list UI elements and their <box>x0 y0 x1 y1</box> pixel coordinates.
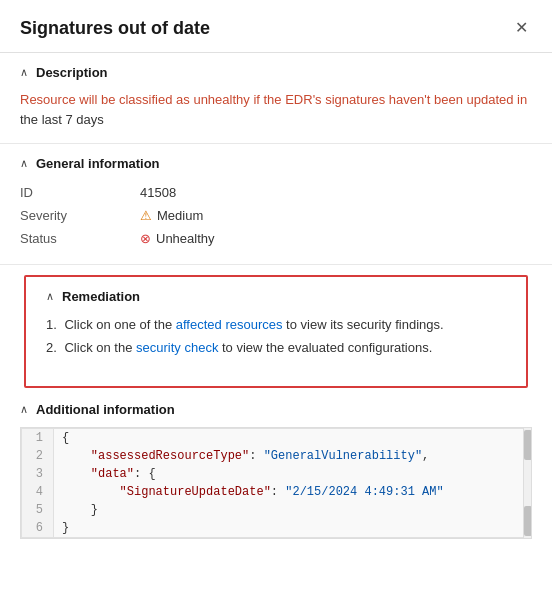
description-text-normal: the last 7 days <box>20 112 104 127</box>
general-info-section: ∧ General information ID 41508 Severity … <box>0 144 552 265</box>
description-text: Resource will be classified as unhealthy… <box>20 90 532 129</box>
id-value: 41508 <box>140 185 176 200</box>
description-body: Resource will be classified as unhealthy… <box>20 90 532 143</box>
scrollbar-thumb[interactable] <box>524 430 532 460</box>
code-block[interactable]: 1 { 2 "assessedResourceType": "GeneralVu… <box>21 428 531 538</box>
step2-text-after: to view the evaluated configurations. <box>218 340 432 355</box>
status-value: ⊗ Unhealthy <box>140 231 215 246</box>
additional-header[interactable]: ∧ Additional information <box>20 398 532 427</box>
panel-title: Signatures out of date <box>20 18 210 39</box>
remediation-title: Remediation <box>62 289 140 304</box>
remediation-section: ∧ Remediation 1. Click on one of the aff… <box>24 275 528 388</box>
panel-header: Signatures out of date ✕ <box>0 0 552 53</box>
line-num-3: 3 <box>22 465 54 483</box>
line-num-6: 6 <box>22 519 54 537</box>
line-content-6: } <box>54 519 77 537</box>
line-content-5: } <box>54 501 106 519</box>
line-content-2: "assessedResourceType": "GeneralVulnerab… <box>54 447 437 465</box>
scrollbar-thumb-bottom[interactable] <box>524 506 532 536</box>
remediation-wrapper: ∧ Remediation 1. Click on one of the aff… <box>0 265 552 398</box>
general-info-title: General information <box>36 156 160 171</box>
description-section: ∧ Description Resource will be classifie… <box>0 53 552 144</box>
status-label: Status <box>20 231 140 246</box>
remediation-step-1: 1. Click on one of the affected resource… <box>46 314 506 337</box>
severity-row: Severity ⚠ Medium <box>20 204 532 227</box>
warning-triangle-icon: ⚠ <box>140 208 152 223</box>
description-title: Description <box>36 65 108 80</box>
description-chevron-icon: ∧ <box>20 66 28 79</box>
close-button[interactable]: ✕ <box>511 16 532 40</box>
step1-number: 1. <box>46 317 57 332</box>
code-line-1: 1 { <box>22 429 530 447</box>
status-text: Unhealthy <box>156 231 215 246</box>
remediation-list: 1. Click on one of the affected resource… <box>46 314 506 372</box>
signatures-panel: Signatures out of date ✕ ∧ Description R… <box>0 0 552 555</box>
general-info-header[interactable]: ∧ General information <box>20 144 532 181</box>
step1-text-before: Click on one of the <box>64 317 175 332</box>
error-circle-icon: ⊗ <box>140 231 151 246</box>
scrollbar-track <box>523 428 531 538</box>
line-num-1: 1 <box>22 429 54 447</box>
remediation-chevron-icon: ∧ <box>46 290 54 303</box>
remediation-header[interactable]: ∧ Remediation <box>46 277 506 314</box>
code-line-2: 2 "assessedResourceType": "GeneralVulner… <box>22 447 530 465</box>
additional-section: ∧ Additional information 1 { 2 "assessed… <box>0 398 552 555</box>
additional-title: Additional information <box>36 402 175 417</box>
remediation-body: 1. Click on one of the affected resource… <box>46 314 506 386</box>
code-line-3: 3 "data": { <box>22 465 530 483</box>
step2-text-before: Click on the <box>64 340 136 355</box>
severity-value: ⚠ Medium <box>140 208 203 223</box>
line-num-2: 2 <box>22 447 54 465</box>
general-chevron-icon: ∧ <box>20 157 28 170</box>
status-row: Status ⊗ Unhealthy <box>20 227 532 250</box>
code-block-wrapper: 1 { 2 "assessedResourceType": "GeneralVu… <box>20 427 532 539</box>
code-line-4: 4 "SignatureUpdateDate": "2/15/2024 4:49… <box>22 483 530 501</box>
step1-link[interactable]: affected resources <box>176 317 283 332</box>
line-content-3: "data": { <box>54 465 164 483</box>
severity-label: Severity <box>20 208 140 223</box>
code-line-6: 6 } <box>22 519 530 537</box>
step1-text-after: to view its security findings. <box>282 317 443 332</box>
line-content-1: { <box>54 429 77 447</box>
remediation-step-2: 2. Click on the security check to view t… <box>46 337 506 360</box>
line-num-4: 4 <box>22 483 54 501</box>
line-content-4: "SignatureUpdateDate": "2/15/2024 4:49:3… <box>54 483 452 501</box>
code-line-5: 5 } <box>22 501 530 519</box>
general-info-body: ID 41508 Severity ⚠ Medium Status ⊗ Unhe… <box>20 181 532 264</box>
severity-text: Medium <box>157 208 203 223</box>
id-label: ID <box>20 185 140 200</box>
description-header[interactable]: ∧ Description <box>20 53 532 90</box>
line-num-5: 5 <box>22 501 54 519</box>
step2-link[interactable]: security check <box>136 340 218 355</box>
remediation-inner: ∧ Remediation 1. Click on one of the aff… <box>26 277 526 386</box>
step2-number: 2. <box>46 340 57 355</box>
additional-chevron-icon: ∧ <box>20 403 28 416</box>
id-row: ID 41508 <box>20 181 532 204</box>
